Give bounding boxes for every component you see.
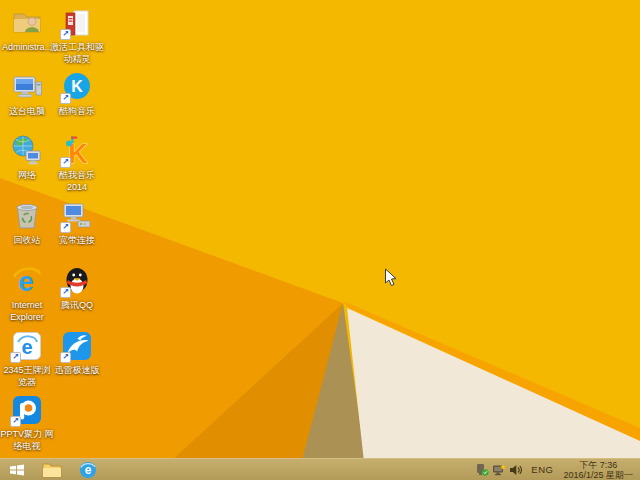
desktop-icon-this-pc[interactable]: 这台电脑: [0, 71, 54, 118]
xunlei-bird-icon: ↗: [61, 330, 93, 362]
shortcut-arrow-icon: ↗: [10, 352, 21, 363]
windows-logo-icon: [9, 463, 25, 477]
file-explorer-button[interactable]: [34, 459, 70, 480]
shortcut-arrow-icon: ↗: [60, 287, 71, 298]
internet-explorer-icon: e: [79, 461, 97, 479]
desktop-icon-label: 迅雷极速版: [50, 365, 104, 377]
2345-browser-icon: e ↗: [11, 330, 43, 362]
desktop-icon-label: 激活工具和驱 动精灵: [50, 42, 104, 65]
desktop-icon-network[interactable]: 网络: [0, 135, 54, 182]
recycle-bin-icon: [11, 200, 43, 232]
desktop-icon-tencent-qq[interactable]: ↗ 腾讯QQ: [50, 265, 104, 312]
network-status-warning-icon[interactable]: [490, 459, 507, 480]
clock[interactable]: 下午 7:36 2016/1/25 星期一: [560, 460, 640, 480]
system-tray: ENG 下午 7:36 2016/1/25 星期一: [473, 459, 640, 480]
internet-explorer-icon: e: [11, 265, 43, 297]
desktop-icon-label: 腾讯QQ: [50, 300, 104, 312]
desktop-icon-kuwo-music[interactable]: K ↗ 酷我音乐 2014: [50, 135, 104, 193]
clock-time: 下午 7:36: [563, 460, 633, 470]
desktop-icon-label: Internet Explorer: [0, 300, 54, 323]
kuwo-k-icon: K ↗: [61, 135, 93, 167]
desktop-icon-label: 回收站: [0, 235, 54, 247]
computer-icon: [11, 71, 43, 103]
shortcut-arrow-icon: ↗: [60, 29, 71, 40]
desktop-icon-internet-explorer[interactable]: e Internet Explorer: [0, 265, 54, 323]
desktop-icon-label: 2345王牌浏 览器: [0, 365, 54, 388]
desktop-icon-xunlei[interactable]: ↗ 迅雷极速版: [50, 330, 104, 377]
svg-text:e: e: [21, 336, 32, 358]
shortcut-arrow-icon: ↗: [10, 416, 21, 427]
volume-icon[interactable]: [507, 459, 524, 480]
shortcut-arrow-icon: ↗: [60, 93, 71, 104]
taskbar: e: [0, 458, 640, 480]
internet-explorer-button[interactable]: e: [70, 459, 106, 480]
desktop-icon-label: 酷狗音乐: [50, 106, 104, 118]
desktop-icon-label: 这台电脑: [0, 106, 54, 118]
desktop: Administra... ↗ 激活工具和驱 动精灵: [0, 0, 640, 480]
desktop-icon-administrator[interactable]: Administra...: [0, 7, 54, 54]
desktop-icon-2345-browser[interactable]: e ↗ 2345王牌浏 览器: [0, 330, 54, 388]
desktop-icon-recycle-bin[interactable]: 回收站: [0, 200, 54, 247]
svg-text:e: e: [85, 463, 92, 477]
start-button[interactable]: [0, 459, 34, 480]
svg-text:K: K: [71, 78, 83, 95]
shortcut-arrow-icon: ↗: [60, 157, 71, 168]
safely-remove-hardware-icon[interactable]: [473, 459, 490, 480]
desktop-icon-label: Administra...: [0, 42, 54, 54]
desktop-icon-label: 网络: [0, 170, 54, 182]
clock-date: 2016/1/25 星期一: [563, 470, 633, 480]
mouse-cursor: [384, 268, 398, 292]
desktop-icon-kugou-music[interactable]: K ↗ 酷狗音乐: [50, 71, 104, 118]
desktop-icon-label: 宽带连接: [50, 235, 104, 247]
activation-tools-icon: ↗: [61, 7, 93, 39]
pptv-icon: ↗: [11, 394, 43, 426]
broadband-connection-icon: ↗: [61, 200, 93, 232]
shortcut-arrow-icon: ↗: [60, 352, 71, 363]
desktop-icon-label: 酷我音乐 2014: [50, 170, 104, 193]
folder-icon: [42, 462, 62, 478]
desktop-icon-broadband[interactable]: ↗ 宽带连接: [50, 200, 104, 247]
qq-penguin-icon: ↗: [61, 265, 93, 297]
desktop-icon-label: PPTV聚力 网 络电视: [0, 429, 54, 452]
language-indicator[interactable]: ENG: [524, 464, 560, 475]
desktop-icon-activation-tools[interactable]: ↗ 激活工具和驱 动精灵: [50, 7, 104, 65]
network-globe-icon: [11, 135, 43, 167]
kugou-k-icon: K ↗: [61, 71, 93, 103]
shortcut-arrow-icon: ↗: [60, 222, 71, 233]
user-folder-icon: [11, 7, 43, 39]
desktop-icon-pptv[interactable]: ↗ PPTV聚力 网 络电视: [0, 394, 54, 452]
